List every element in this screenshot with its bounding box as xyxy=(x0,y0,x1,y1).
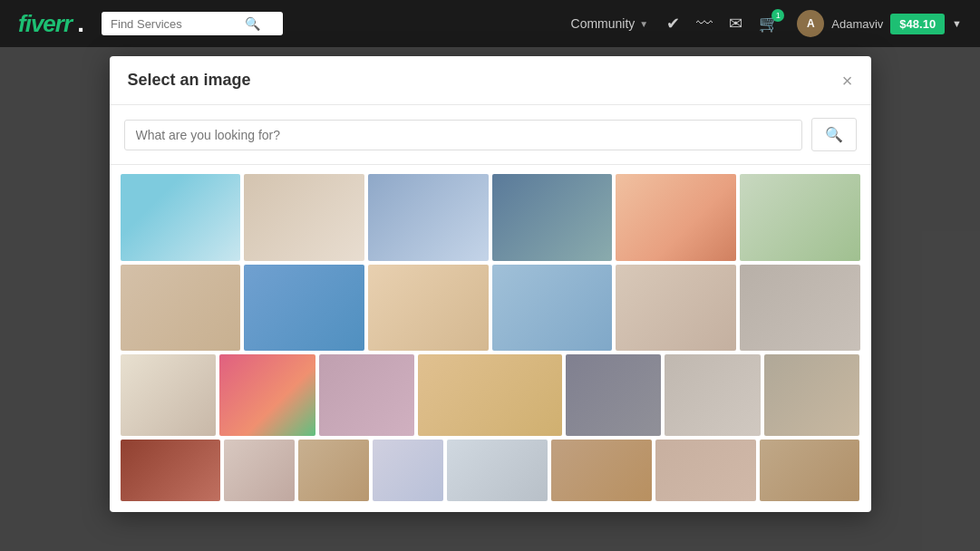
image-cell[interactable] xyxy=(121,265,241,351)
image-select-modal: Select an image × 🔍 xyxy=(110,56,871,512)
image-cell[interactable] xyxy=(298,440,369,501)
mail-icon[interactable]: ✉ xyxy=(729,14,742,34)
search-input[interactable] xyxy=(111,17,238,31)
image-cell[interactable] xyxy=(616,174,736,261)
image-cell[interactable] xyxy=(740,174,860,261)
image-row-4 xyxy=(121,440,860,501)
image-search-button[interactable]: 🔍 xyxy=(811,118,857,151)
activity-icon[interactable]: 〰 xyxy=(696,14,713,34)
avatar: A xyxy=(797,10,824,37)
logo-dot: . xyxy=(77,9,83,37)
modal-header: Select an image × xyxy=(110,56,871,105)
modal-overlay: Select an image × 🔍 xyxy=(0,47,980,551)
image-cell[interactable] xyxy=(373,440,443,501)
image-grid xyxy=(121,174,860,501)
community-label: Community xyxy=(571,16,636,31)
image-cell[interactable] xyxy=(244,265,364,351)
image-cell[interactable] xyxy=(368,174,489,261)
navbar: fiverr . 🔍 Community ▼ ✔ 〰 ✉ 🛒 1 A Adama… xyxy=(0,0,980,47)
cart-icon[interactable]: 🛒 1 xyxy=(759,14,779,34)
image-row-3 xyxy=(121,354,860,436)
search-bar[interactable]: 🔍 xyxy=(102,12,283,35)
image-cell[interactable] xyxy=(418,354,561,436)
search-icon: 🔍 xyxy=(245,16,260,31)
modal-search-bar: 🔍 xyxy=(110,105,871,165)
image-cell[interactable] xyxy=(121,174,241,261)
image-cell[interactable] xyxy=(447,440,548,501)
image-row-1 xyxy=(121,174,860,261)
checkmark-icon[interactable]: ✔ xyxy=(666,14,680,34)
image-cell[interactable] xyxy=(665,354,761,436)
username: Adamaviv xyxy=(831,17,883,31)
close-button[interactable]: × xyxy=(842,72,853,90)
modal-body xyxy=(110,165,871,512)
image-cell[interactable] xyxy=(551,440,652,501)
image-cell[interactable] xyxy=(219,354,315,436)
image-row-2 xyxy=(121,265,860,351)
community-nav[interactable]: Community ▼ xyxy=(571,16,649,31)
image-cell[interactable] xyxy=(368,265,489,351)
image-cell[interactable] xyxy=(319,354,415,436)
image-cell[interactable] xyxy=(616,265,736,351)
image-cell[interactable] xyxy=(760,440,860,501)
image-cell[interactable] xyxy=(224,440,295,501)
image-cell[interactable] xyxy=(492,265,613,351)
logo-text: fiverr xyxy=(18,10,72,37)
image-search-input[interactable] xyxy=(124,120,802,150)
image-cell[interactable] xyxy=(764,354,860,436)
user-menu[interactable]: A Adamaviv $48.10 ▼ xyxy=(797,10,962,37)
image-cell[interactable] xyxy=(655,440,756,501)
image-cell[interactable] xyxy=(244,174,364,261)
modal-title: Select an image xyxy=(128,71,251,90)
chevron-down-icon: ▼ xyxy=(639,19,648,29)
image-cell[interactable] xyxy=(121,440,221,501)
logo[interactable]: fiverr . xyxy=(18,9,83,38)
image-cell[interactable] xyxy=(492,174,613,261)
user-dropdown-icon: ▼ xyxy=(952,18,962,29)
balance: $48.10 xyxy=(890,14,945,34)
nav-icons: ✔ 〰 ✉ 🛒 1 xyxy=(666,14,779,34)
image-cell[interactable] xyxy=(740,265,860,351)
image-cell[interactable] xyxy=(121,354,217,436)
cart-badge: 1 xyxy=(771,9,784,22)
image-cell[interactable] xyxy=(566,354,662,436)
